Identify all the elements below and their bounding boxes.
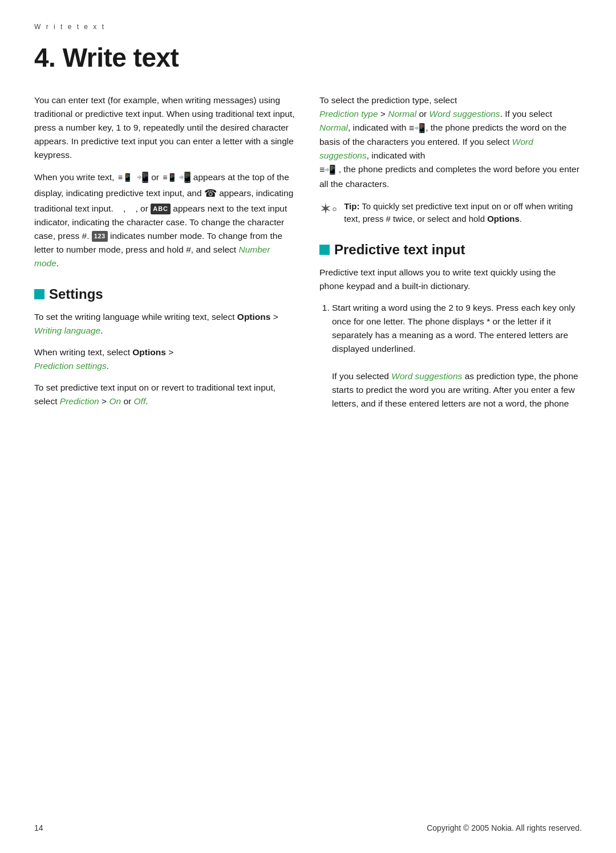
tip-content: Tip: To quickly set predictive text inpu… <box>344 200 582 226</box>
predictive-para1: Predictive text input allows you to writ… <box>319 266 582 293</box>
word-suggestions-link-2[interactable]: Word suggestions <box>319 137 533 160</box>
settings-heading-square <box>34 289 44 299</box>
prediction-link[interactable]: Prediction <box>60 396 99 406</box>
footer: 14 Copyright © 2005 Nokia. All rights re… <box>34 823 582 832</box>
predictive-heading: Predictive text input <box>319 242 582 258</box>
page: W r i t e t e x t 4. Write text You can … <box>0 0 616 853</box>
predictive-heading-square <box>319 245 330 255</box>
prediction-settings-link[interactable]: Prediction settings <box>34 361 107 371</box>
options-bold-1: Options <box>237 312 271 322</box>
normal-icon: ≡📲 <box>409 123 425 133</box>
predictive-list: Start writing a word using the 2 to 9 ke… <box>319 301 582 411</box>
predictive-icon-arrow2: 📲 <box>179 172 191 183</box>
settings-heading: Settings <box>34 286 297 302</box>
chapter-title: 4. Write text <box>34 42 582 73</box>
settings-para2: When writing text, select Options > Pred… <box>34 346 297 373</box>
settings-para1: To set the writing language while writin… <box>34 310 297 338</box>
list-item-1: Start writing a word using the 2 to 9 ke… <box>332 301 582 411</box>
number-mode-link[interactable]: Number mode <box>34 245 270 268</box>
normal-link-2[interactable]: Normal <box>319 123 348 132</box>
prediction-type-link[interactable]: Prediction type <box>319 109 378 119</box>
page-number: 14 <box>34 823 43 832</box>
word-suggestions-icon: ≡📲 <box>319 165 336 174</box>
on-link[interactable]: On <box>109 396 121 406</box>
breadcrumb: W r i t e t e x t <box>34 23 582 31</box>
predictive-icon-2: ≡📱 <box>163 172 177 184</box>
tip-label: Tip: <box>344 201 359 211</box>
off-link[interactable]: Off <box>134 396 146 406</box>
num-badge: 123 <box>92 231 108 242</box>
prediction-type-paragraph: To select the prediction type, select Pr… <box>319 94 582 191</box>
tip-box: ✶◦ Tip: To quickly set predictive text i… <box>319 200 582 226</box>
word-suggestions-link-3[interactable]: Word suggestions <box>391 371 462 381</box>
tip-options: Options <box>487 214 520 224</box>
traditional-icon: ☎ <box>204 188 217 199</box>
predictive-icon-arrow1: 📲 <box>133 172 149 183</box>
normal-link[interactable]: Normal <box>388 109 416 119</box>
options-bold-2: Options <box>132 347 166 357</box>
writing-language-link[interactable]: Writing language <box>34 326 100 335</box>
right-column: To select the prediction type, select Pr… <box>319 94 582 419</box>
intro-paragraph: You can enter text (for example, when wr… <box>34 94 297 162</box>
abc-badge: ABC <box>151 204 171 214</box>
tip-icon: ✶◦ <box>319 201 337 216</box>
write-text-paragraph: When you write text, ≡📱 📲 or ≡📱📲 appears… <box>34 170 297 270</box>
word-suggestions-link[interactable]: Word suggestions <box>429 109 500 119</box>
left-column: You can enter text (for example, when wr… <box>34 94 297 419</box>
settings-para3: To set predictive text input on or rever… <box>34 381 297 408</box>
copyright: Copyright © 2005 Nokia. All rights reser… <box>427 823 582 832</box>
two-column-layout: You can enter text (for example, when wr… <box>34 94 582 419</box>
predictive-icon-1: ≡📱 <box>118 172 132 184</box>
